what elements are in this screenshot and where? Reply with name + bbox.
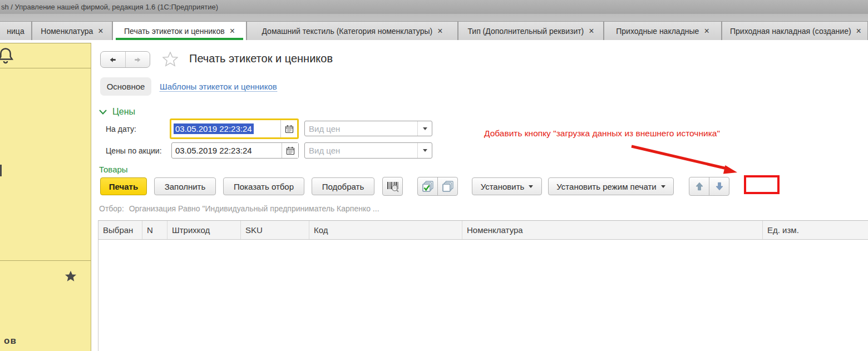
table-body-empty[interactable] <box>98 240 868 351</box>
promo-date-field: 03.05.2019 22:23:24 <box>171 142 299 159</box>
back-button[interactable] <box>101 52 125 67</box>
barcode-scan-button[interactable] <box>382 177 403 196</box>
column-header-n[interactable]: N <box>142 221 167 239</box>
close-icon[interactable]: × <box>437 27 442 36</box>
tab-home-textile[interactable]: Домашний текстиль (Категория номенклатур… <box>246 21 458 40</box>
fill-button[interactable]: Заполнить <box>154 177 216 195</box>
arrow-down-icon <box>714 181 724 191</box>
window-title: sh / Управление нашей фирмой, редакция 1… <box>1 3 218 11</box>
uncheck-all-button[interactable] <box>437 177 458 196</box>
set-print-mode-dropdown-button[interactable]: Установить режим печати <box>548 177 674 195</box>
check-all-button[interactable] <box>417 177 438 196</box>
nav-link-templates[interactable]: Шаблоны этикеток и ценников <box>160 82 277 92</box>
dropdown-arrow-icon <box>529 185 533 188</box>
move-down-button[interactable] <box>709 177 729 196</box>
prices-section-title: Цены <box>112 107 135 117</box>
favorites-star-icon[interactable] <box>65 270 77 282</box>
date-field-focused: 03.05.2019 22:23:24 <box>170 118 299 139</box>
sidebar-bottom-label: ов <box>4 335 17 347</box>
column-header-code[interactable]: Код <box>309 221 462 239</box>
calendar-icon <box>285 125 294 134</box>
page-title: Печать этикеток и ценников <box>189 52 333 65</box>
column-header-nomenclature[interactable]: Номенклатура <box>462 221 763 239</box>
nav-tab-main[interactable]: Основное <box>100 77 151 96</box>
pick-button[interactable]: Подобрать <box>312 177 374 195</box>
column-header-unit[interactable]: Ед. изм. <box>763 221 868 239</box>
close-icon[interactable]: × <box>856 27 861 36</box>
date-input[interactable]: 03.05.2019 22:23:24 <box>171 120 280 137</box>
date-label: На дату: <box>106 125 136 134</box>
table-header-row: Выбран N Штрихкод SKU Код Номенклатура Е… <box>98 220 868 240</box>
tab-strip: ница Номенклатура × Печать этикеток и це… <box>0 14 868 40</box>
arrow-up-icon <box>694 181 704 191</box>
combo-dropdown-button[interactable] <box>417 121 432 136</box>
filter-value: Организация Равно "Индивидуальный предпр… <box>129 204 379 213</box>
move-up-button[interactable] <box>689 177 709 196</box>
history-nav-group <box>100 51 150 68</box>
window-title-bar: sh / Управление нашей фирмой, редакция 1… <box>0 0 868 14</box>
calendar-button[interactable] <box>280 120 297 137</box>
annotation-text: Добавить кнопку "загрузка данных из внеш… <box>484 128 720 139</box>
column-header-sku[interactable]: SKU <box>241 221 309 239</box>
date-value-selected: 03.05.2019 22:23:24 <box>174 123 254 134</box>
show-filter-button[interactable]: Показать отбор <box>223 177 304 195</box>
close-icon[interactable]: × <box>98 27 103 36</box>
dropdown-arrow-icon <box>661 185 665 188</box>
dropdown-arrow-icon <box>423 149 427 152</box>
close-icon[interactable]: × <box>589 27 594 36</box>
price-kind-placeholder: Вид цен <box>305 143 417 158</box>
sidebar-divider <box>0 68 91 68</box>
price-kind-placeholder: Вид цен <box>305 121 417 136</box>
column-header-barcode[interactable]: Штрихкод <box>167 221 241 239</box>
forward-button[interactable] <box>125 52 150 67</box>
tab-start-page[interactable]: ница <box>0 21 32 40</box>
promo-date-label: Цены по акции: <box>106 146 162 155</box>
tab-type-attribute[interactable]: Тип (Дополнительный реквизит) × <box>458 21 604 40</box>
sidebar-panel <box>0 43 91 351</box>
favorite-toggle-star-icon[interactable] <box>162 52 178 67</box>
move-button-group <box>689 177 729 196</box>
tab-incoming-invoices[interactable]: Приходные накладные × <box>604 21 722 40</box>
selection-button-group <box>417 177 458 196</box>
barcode-icon <box>386 180 400 193</box>
prices-section-header[interactable]: Цены <box>99 107 135 117</box>
tab-print-labels[interactable]: Печать этикеток и ценников × <box>112 21 246 40</box>
set-dropdown-button[interactable]: Установить <box>472 177 542 195</box>
sidebar-clipped-text <box>0 165 2 176</box>
filter-summary: Отбор: Организация Равно "Индивидуальный… <box>99 204 382 213</box>
promo-date-input[interactable]: 03.05.2019 22:23:24 <box>172 143 282 158</box>
chevron-down-icon <box>99 110 107 115</box>
goods-section-title: Товары <box>99 165 128 174</box>
annotation-highlight-rect <box>744 175 780 194</box>
calendar-icon <box>286 146 295 155</box>
filter-label: Отбор: <box>99 204 124 213</box>
uncheck-all-icon <box>441 180 455 193</box>
dropdown-arrow-icon <box>423 127 427 130</box>
print-button[interactable]: Печать <box>100 177 147 195</box>
combo-dropdown-button[interactable] <box>417 143 432 158</box>
sidebar-divider <box>0 260 91 261</box>
annotation-arrow <box>623 142 746 176</box>
notifications-bell-icon[interactable] <box>0 47 16 66</box>
close-icon[interactable]: × <box>704 27 709 36</box>
promo-price-kind-combo[interactable]: Вид цен <box>304 142 432 159</box>
close-icon[interactable]: × <box>230 27 235 36</box>
tab-nomenclature[interactable]: Номенклатура × <box>32 21 112 40</box>
back-arrow-icon <box>108 56 117 64</box>
forward-arrow-icon <box>133 56 142 64</box>
calendar-button[interactable] <box>282 143 298 158</box>
column-header-selected[interactable]: Выбран <box>98 221 142 239</box>
tab-incoming-invoice-new[interactable]: Приходная накладная (создание) × <box>722 21 868 40</box>
check-all-icon <box>421 180 435 193</box>
price-kind-combo[interactable]: Вид цен <box>304 121 432 136</box>
